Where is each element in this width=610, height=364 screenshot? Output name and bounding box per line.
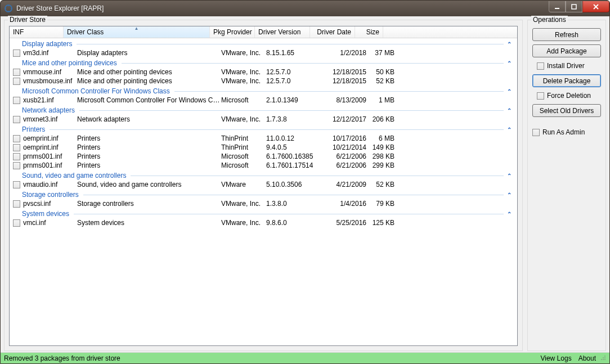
cell-version: 1.7.3.8	[266, 115, 321, 123]
row-checkbox[interactable]	[13, 181, 20, 188]
cell-size: 6 MB	[366, 134, 394, 142]
row-checkbox[interactable]	[13, 153, 20, 160]
chevron-up-icon: ⌃	[507, 41, 514, 47]
group-divider	[77, 44, 504, 44]
view-logs-link[interactable]: View Logs	[537, 354, 575, 362]
row-checkbox[interactable]	[13, 144, 20, 151]
driver-row[interactable]: prnms001.infPrintersMicrosoft6.1.7601.17…	[10, 161, 517, 170]
add-package-button[interactable]: Add Package	[532, 44, 601, 57]
column-headers: INF ▲ Driver Class Pkg Provider Driver V…	[10, 26, 517, 38]
col-pkg-provider[interactable]: Pkg Provider	[210, 26, 255, 38]
resize-grip-icon[interactable]	[599, 355, 607, 362]
cell-date: 12/12/2017	[321, 115, 366, 123]
cell-version: 1.3.8.0	[266, 200, 321, 208]
row-checkbox[interactable]	[13, 135, 20, 142]
cell-version: 12.5.7.0	[266, 68, 321, 76]
driver-store-panel: Driver Store INF ▲ Driver Class Pkg Prov…	[4, 20, 523, 351]
cell-date: 12/18/2015	[321, 77, 366, 85]
force-deletion-checkbox[interactable]: Force Deletion	[532, 91, 601, 101]
row-checkbox[interactable]	[13, 97, 20, 104]
driver-row[interactable]: vmci.infSystem devicesVMware, Inc.9.8.6.…	[10, 218, 517, 227]
col-driver-class[interactable]: ▲ Driver Class	[64, 26, 210, 38]
driver-row[interactable]: oemprint.infPrintersThinPrint9.4.0.510/2…	[10, 143, 517, 152]
cell-provider: VMware, Inc.	[221, 200, 266, 208]
row-checkbox[interactable]	[13, 69, 20, 76]
row-checkbox[interactable]	[13, 162, 20, 169]
group-name: Microsoft Common Controller For Windows …	[22, 87, 170, 95]
cell-inf: oemprint.inf	[23, 134, 77, 142]
minimize-button[interactable]	[549, 1, 566, 12]
group-name: Network adapters	[22, 106, 75, 114]
cell-inf: oemprint.inf	[23, 143, 77, 151]
cell-size: 125 KB	[366, 219, 394, 227]
driver-row[interactable]: vm3d.infDisplay adaptersVMware, Inc.8.15…	[10, 48, 517, 57]
group-divider	[74, 214, 504, 214]
delete-package-button[interactable]: Delete Package	[532, 74, 601, 87]
svg-point-4	[603, 357, 604, 358]
group-name: Printers	[22, 125, 45, 133]
group-name: Display adapters	[22, 40, 72, 48]
driver-row[interactable]: prnms001.infPrintersMicrosoft6.1.7600.16…	[10, 152, 517, 161]
driver-row[interactable]: oemprint.infPrintersThinPrint11.0.0.1210…	[10, 134, 517, 143]
driver-row[interactable]: vmaudio.infSound, video and game control…	[10, 180, 517, 189]
cell-size: 206 KB	[366, 115, 394, 123]
driver-row[interactable]: vmxnet3.infNetwork adaptersVMware, Inc.1…	[10, 115, 517, 124]
driver-row[interactable]: xusb21.infMicrosoft Common Controller Fo…	[10, 96, 517, 105]
checkbox-icon	[537, 62, 544, 70]
group-header[interactable]: Microsoft Common Controller For Windows …	[10, 86, 517, 96]
cell-class: Printers	[77, 143, 221, 151]
about-link[interactable]: About	[575, 354, 599, 362]
group-header[interactable]: System devices⌃	[10, 208, 517, 218]
cell-date: 10/17/2016	[321, 134, 366, 142]
cell-inf: pvscsi.inf	[23, 200, 77, 208]
cell-size: 50 KB	[366, 68, 394, 76]
group-header[interactable]: Storage controllers⌃	[10, 189, 517, 199]
col-size[interactable]: Size	[355, 26, 383, 38]
status-bar: Removed 3 packages from driver store Vie…	[1, 352, 609, 363]
cell-class: Mice and other pointing devices	[77, 77, 221, 85]
run-as-admin-checkbox[interactable]: Run As Admin	[532, 127, 601, 137]
cell-inf: vmxnet3.inf	[23, 115, 77, 123]
close-button[interactable]	[582, 1, 609, 12]
driver-listview[interactable]: INF ▲ Driver Class Pkg Provider Driver V…	[9, 26, 518, 346]
group-header[interactable]: Sound, video and game controllers⌃	[10, 170, 517, 180]
client-area: Driver Store INF ▲ Driver Class Pkg Prov…	[1, 16, 609, 363]
cell-date: 8/13/2009	[321, 96, 366, 104]
cell-version: 9.8.6.0	[266, 219, 321, 227]
group-name: Mice and other pointing devices	[22, 59, 117, 67]
group-name: Storage controllers	[22, 191, 79, 199]
row-checkbox[interactable]	[13, 50, 20, 57]
col-driver-version[interactable]: Driver Version	[255, 26, 310, 38]
driver-row[interactable]: vmusbmouse.infMice and other pointing de…	[10, 77, 517, 86]
group-header[interactable]: Mice and other pointing devices⌃	[10, 57, 517, 68]
chevron-up-icon: ⌃	[507, 107, 514, 114]
install-driver-checkbox[interactable]: Install Driver	[532, 61, 601, 71]
cell-version: 12.5.7.0	[266, 77, 321, 85]
window-title: Driver Store Explorer [RAPR]	[16, 5, 549, 12]
row-checkbox[interactable]	[13, 219, 20, 227]
cell-provider: VMware, Inc.	[221, 115, 266, 123]
row-checkbox[interactable]	[13, 78, 20, 85]
group-divider	[50, 129, 504, 130]
driver-row[interactable]: pvscsi.infStorage controllersVMware, Inc…	[10, 199, 517, 208]
row-checkbox[interactable]	[13, 116, 20, 123]
maximize-button[interactable]	[566, 1, 582, 12]
group-header[interactable]: Printers⌃	[10, 124, 517, 134]
checkbox-icon	[537, 92, 544, 100]
col-driver-date[interactable]: Driver Date	[310, 26, 355, 38]
refresh-button[interactable]: Refresh	[532, 28, 601, 41]
svg-point-8	[604, 359, 605, 360]
col-inf[interactable]: INF	[10, 26, 64, 38]
cell-class: System devices	[77, 219, 221, 227]
driver-row[interactable]: vmmouse.infMice and other pointing devic…	[10, 68, 517, 77]
svg-rect-1	[555, 8, 559, 9]
title-bar[interactable]: Driver Store Explorer [RAPR]	[1, 1, 609, 16]
group-header[interactable]: Display adapters⌃	[10, 38, 517, 48]
svg-point-3	[604, 356, 605, 357]
chevron-up-icon: ⌃	[507, 173, 514, 179]
cell-class: Mice and other pointing devices	[77, 68, 221, 76]
svg-point-6	[601, 359, 602, 360]
row-checkbox[interactable]	[13, 200, 20, 208]
group-header[interactable]: Network adapters⌃	[10, 105, 517, 115]
select-old-drivers-button[interactable]: Select Old Drivers	[532, 104, 601, 117]
